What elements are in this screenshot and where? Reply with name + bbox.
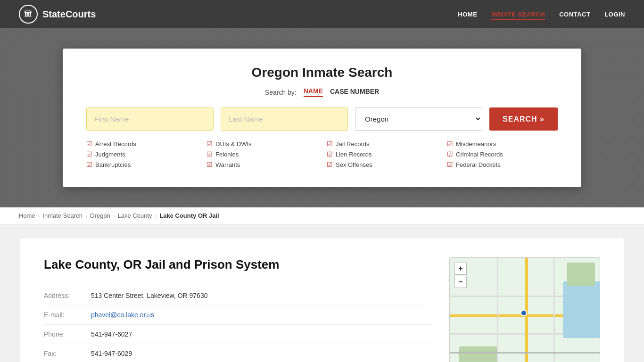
nav-link-inmate-search[interactable]: INMATE SEARCH: [491, 11, 545, 20]
info-value: 541-947-6029: [91, 344, 430, 362]
search-card: Oregon Inmate Search Search by: NAME CAS…: [63, 49, 581, 187]
logo-icon: 🏛: [19, 5, 38, 24]
search-fields: OregonAlabamaAlaskaArizonaArkansasCalifo…: [86, 107, 558, 131]
map-zoom-in[interactable]: +: [454, 263, 467, 275]
hero-section: Oregon Inmate Search Search by: NAME CAS…: [0, 28, 644, 207]
map-marker: [520, 310, 527, 316]
info-label: Phone:: [44, 325, 91, 344]
map-container: + −: [449, 257, 600, 362]
check-icon: ☑: [447, 140, 453, 148]
feature-label: Misdemeanors: [456, 140, 496, 148]
info-value[interactable]: phavel@co.lake.or.us: [91, 305, 430, 325]
check-icon: ☑: [447, 161, 453, 168]
feature-label: Sex Offenses: [336, 161, 372, 168]
feature-item: ☑Misdemeanors: [447, 140, 558, 148]
feature-item: ☑Criminal Records: [447, 150, 558, 158]
main-content: Lake County, OR Jail and Prison System A…: [0, 224, 644, 362]
feature-label: Bankruptcies: [95, 161, 131, 168]
info-table: Address:513 Center Street, Lakeview, OR …: [44, 286, 430, 362]
site-header: 🏛 StateCourts HOMEINMATE SEARCHCONTACTLO…: [0, 0, 644, 28]
breadcrumb-link[interactable]: Lake County: [118, 212, 152, 219]
features-grid: ☑Arrest Records☑DUIs & DWIs☑Jail Records…: [86, 140, 558, 168]
last-name-input[interactable]: [221, 107, 348, 131]
info-row: E-mail:phavel@co.lake.or.us: [44, 305, 430, 325]
check-icon: ☑: [86, 140, 92, 148]
check-icon: ☑: [327, 150, 333, 158]
info-row: Address:513 Center Street, Lakeview, OR …: [44, 286, 430, 305]
feature-item: ☑Federal Dockets: [447, 161, 558, 168]
search-by-row: Search by: NAME CASE NUMBER: [86, 87, 558, 97]
search-title: Oregon Inmate Search: [86, 65, 558, 80]
tab-name[interactable]: NAME: [304, 87, 323, 97]
email-link[interactable]: phavel@co.lake.or.us: [91, 311, 154, 319]
feature-item: ☑Felonies: [206, 150, 317, 158]
breadcrumb-link[interactable]: Inmate Search: [42, 212, 83, 219]
map-zoom-out[interactable]: −: [454, 276, 467, 288]
check-icon: ☑: [206, 150, 213, 158]
check-icon: ☑: [86, 150, 92, 158]
feature-label: Jail Records: [336, 140, 370, 148]
map-section: + −: [449, 257, 600, 362]
nav-link-login[interactable]: LOGIN: [604, 11, 625, 18]
breadcrumb: Home›Inmate Search›Oregon›Lake County›La…: [0, 207, 644, 224]
breadcrumb-link[interactable]: Home: [19, 212, 35, 219]
info-label: Address:: [44, 286, 91, 305]
feature-label: Felonies: [215, 151, 239, 158]
nav-link-contact[interactable]: CONTACT: [559, 11, 590, 18]
tab-case-number[interactable]: CASE NUMBER: [330, 88, 379, 97]
logo-text: StateCourts: [42, 9, 96, 20]
nav-link-home[interactable]: HOME: [458, 11, 477, 18]
info-label: E-mail:: [44, 305, 91, 325]
logo[interactable]: 🏛 StateCourts: [19, 5, 96, 24]
feature-label: DUIs & DWIs: [215, 140, 252, 148]
feature-label: Arrest Records: [95, 140, 136, 148]
info-row: Fax:541-947-6029: [44, 344, 430, 362]
check-icon: ☑: [206, 161, 213, 168]
check-icon: ☑: [327, 161, 333, 168]
check-icon: ☑: [447, 150, 453, 158]
info-value: 541-947-6027: [91, 325, 430, 344]
search-button[interactable]: SEARCH »: [489, 107, 558, 131]
feature-item: ☑Bankruptcies: [86, 161, 197, 168]
feature-label: Warrants: [215, 161, 240, 168]
feature-item: ☑Warrants: [206, 161, 317, 168]
feature-item: ☑Jail Records: [327, 140, 438, 148]
info-value: 513 Center Street, Lakeview, OR 97630: [91, 286, 430, 305]
breadcrumb-link[interactable]: Oregon: [90, 212, 110, 219]
breadcrumb-separator: ›: [113, 213, 115, 219]
breadcrumb-separator: ›: [38, 213, 40, 219]
state-select[interactable]: OregonAlabamaAlaskaArizonaArkansasCalifo…: [355, 107, 482, 131]
feature-item: ☑DUIs & DWIs: [206, 140, 317, 148]
page-heading: Lake County, OR Jail and Prison System: [44, 257, 430, 272]
breadcrumb-separator: ›: [155, 213, 157, 219]
first-name-input[interactable]: [86, 107, 214, 131]
map-controls: + −: [454, 263, 467, 288]
content-card: Lake County, OR Jail and Prison System A…: [20, 239, 624, 362]
info-section: Lake County, OR Jail and Prison System A…: [44, 257, 430, 362]
feature-item: ☑Arrest Records: [86, 140, 197, 148]
info-row: Phone:541-947-6027: [44, 325, 430, 344]
breadcrumb-separator: ›: [85, 213, 87, 219]
feature-label: Judgments: [95, 151, 125, 158]
main-nav: HOMEINMATE SEARCHCONTACTLOGIN: [458, 10, 625, 18]
check-icon: ☑: [206, 140, 213, 148]
info-label: Fax:: [44, 344, 91, 362]
search-by-label: Search by:: [265, 89, 297, 96]
feature-item: ☑Sex Offenses: [327, 161, 438, 168]
feature-label: Criminal Records: [456, 151, 503, 158]
feature-label: Lien Records: [336, 151, 372, 158]
check-icon: ☑: [327, 140, 333, 148]
check-icon: ☑: [86, 161, 92, 168]
feature-label: Federal Dockets: [456, 161, 501, 168]
breadcrumb-current: Lake County OR Jail: [159, 212, 219, 219]
feature-item: ☑Lien Records: [327, 150, 438, 158]
feature-item: ☑Judgments: [86, 150, 197, 158]
